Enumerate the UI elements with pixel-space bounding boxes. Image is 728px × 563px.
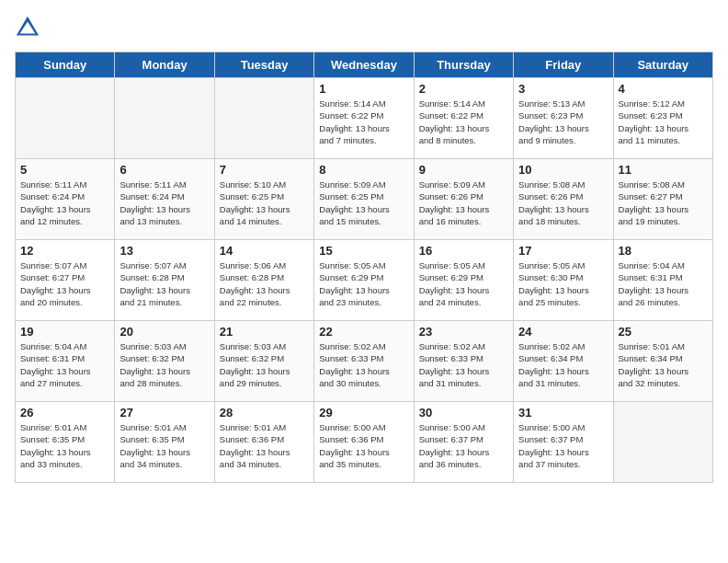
calendar-cell: 4Sunrise: 5:12 AM Sunset: 6:23 PM Daylig…: [613, 78, 712, 159]
calendar-cell: 27Sunrise: 5:01 AM Sunset: 6:35 PM Dayli…: [115, 402, 214, 483]
day-number: 27: [119, 406, 209, 419]
day-info: Sunrise: 5:07 AM Sunset: 6:28 PM Dayligh…: [119, 259, 209, 308]
calendar-cell: 11Sunrise: 5:08 AM Sunset: 6:27 PM Dayli…: [613, 159, 712, 240]
day-number: 9: [419, 163, 508, 177]
day-info: Sunrise: 5:01 AM Sunset: 6:34 PM Dayligh…: [619, 340, 708, 389]
calendar-cell: 8Sunrise: 5:09 AM Sunset: 6:25 PM Daylig…: [314, 159, 414, 240]
day-number: 15: [319, 244, 408, 258]
calendar-cell: 16Sunrise: 5:05 AM Sunset: 6:29 PM Dayli…: [414, 240, 513, 321]
logo: [15, 15, 44, 40]
day-number: 26: [20, 406, 109, 419]
day-info: Sunrise: 5:14 AM Sunset: 6:22 PM Dayligh…: [419, 98, 508, 146]
day-info: Sunrise: 5:05 AM Sunset: 6:29 PM Dayligh…: [319, 259, 408, 308]
day-number: 16: [419, 244, 508, 258]
day-info: Sunrise: 5:05 AM Sunset: 6:29 PM Dayligh…: [419, 259, 508, 308]
calendar-cell: 5Sunrise: 5:11 AM Sunset: 6:24 PM Daylig…: [16, 159, 115, 240]
calendar-cell: 10Sunrise: 5:08 AM Sunset: 6:26 PM Dayli…: [514, 159, 613, 240]
day-info: Sunrise: 5:13 AM Sunset: 6:23 PM Dayligh…: [518, 98, 608, 146]
day-info: Sunrise: 5:01 AM Sunset: 6:35 PM Dayligh…: [20, 421, 109, 470]
calendar-cell: 7Sunrise: 5:10 AM Sunset: 6:25 PM Daylig…: [214, 159, 313, 240]
day-info: Sunrise: 5:00 AM Sunset: 6:37 PM Dayligh…: [419, 421, 508, 470]
day-number: 23: [419, 325, 508, 339]
calendar-cell: 18Sunrise: 5:04 AM Sunset: 6:31 PM Dayli…: [613, 240, 712, 321]
day-number: 18: [619, 244, 708, 258]
day-header-tuesday: Tuesday: [214, 52, 313, 78]
calendar-cell: 28Sunrise: 5:01 AM Sunset: 6:36 PM Dayli…: [214, 402, 313, 483]
calendar-cell: 9Sunrise: 5:09 AM Sunset: 6:26 PM Daylig…: [414, 159, 513, 240]
day-number: 17: [518, 244, 608, 258]
day-info: Sunrise: 5:07 AM Sunset: 6:27 PM Dayligh…: [20, 259, 109, 308]
day-number: 12: [20, 244, 109, 258]
day-header-wednesday: Wednesday: [314, 52, 414, 78]
day-header-monday: Monday: [115, 52, 214, 78]
calendar-cell: 25Sunrise: 5:01 AM Sunset: 6:34 PM Dayli…: [613, 321, 712, 402]
day-number: 3: [518, 82, 608, 96]
day-number: 1: [319, 82, 408, 96]
day-info: Sunrise: 5:05 AM Sunset: 6:30 PM Dayligh…: [518, 259, 608, 308]
day-header-sunday: Sunday: [16, 52, 115, 78]
day-number: 29: [319, 406, 408, 419]
day-info: Sunrise: 5:04 AM Sunset: 6:31 PM Dayligh…: [619, 259, 708, 308]
logo-icon: [15, 15, 40, 40]
calendar-cell: 12Sunrise: 5:07 AM Sunset: 6:27 PM Dayli…: [16, 240, 115, 321]
calendar-cell: 30Sunrise: 5:00 AM Sunset: 6:37 PM Dayli…: [414, 402, 513, 483]
day-info: Sunrise: 5:10 AM Sunset: 6:25 PM Dayligh…: [220, 178, 309, 227]
day-info: Sunrise: 5:00 AM Sunset: 6:37 PM Dayligh…: [518, 421, 608, 470]
calendar-cell: 22Sunrise: 5:02 AM Sunset: 6:33 PM Dayli…: [314, 321, 414, 402]
day-number: 13: [119, 244, 209, 258]
day-number: 20: [119, 325, 209, 339]
week-row-4: 19Sunrise: 5:04 AM Sunset: 6:31 PM Dayli…: [16, 321, 713, 402]
calendar-cell: 19Sunrise: 5:04 AM Sunset: 6:31 PM Dayli…: [16, 321, 115, 402]
day-info: Sunrise: 5:02 AM Sunset: 6:33 PM Dayligh…: [319, 340, 408, 389]
day-info: Sunrise: 5:09 AM Sunset: 6:26 PM Dayligh…: [419, 178, 508, 227]
week-row-1: 1Sunrise: 5:14 AM Sunset: 6:22 PM Daylig…: [16, 78, 713, 159]
day-info: Sunrise: 5:03 AM Sunset: 6:32 PM Dayligh…: [220, 340, 309, 389]
day-number: 30: [419, 406, 508, 419]
day-number: 5: [20, 163, 109, 177]
calendar-cell: 3Sunrise: 5:13 AM Sunset: 6:23 PM Daylig…: [514, 78, 613, 159]
calendar-cell: 15Sunrise: 5:05 AM Sunset: 6:29 PM Dayli…: [314, 240, 414, 321]
calendar-cell: 26Sunrise: 5:01 AM Sunset: 6:35 PM Dayli…: [16, 402, 115, 483]
calendar-cell: 13Sunrise: 5:07 AM Sunset: 6:28 PM Dayli…: [115, 240, 214, 321]
day-number: 25: [619, 325, 708, 339]
calendar-table: SundayMondayTuesdayWednesdayThursdayFrid…: [15, 52, 713, 483]
week-row-2: 5Sunrise: 5:11 AM Sunset: 6:24 PM Daylig…: [16, 159, 713, 240]
day-info: Sunrise: 5:04 AM Sunset: 6:31 PM Dayligh…: [20, 340, 109, 389]
day-info: Sunrise: 5:06 AM Sunset: 6:28 PM Dayligh…: [220, 259, 309, 308]
calendar-cell: 17Sunrise: 5:05 AM Sunset: 6:30 PM Dayli…: [514, 240, 613, 321]
day-number: 28: [220, 406, 309, 419]
day-number: 31: [518, 406, 608, 419]
day-header-thursday: Thursday: [414, 52, 513, 78]
day-info: Sunrise: 5:08 AM Sunset: 6:26 PM Dayligh…: [518, 178, 608, 227]
day-number: 6: [119, 163, 209, 177]
week-row-5: 26Sunrise: 5:01 AM Sunset: 6:35 PM Dayli…: [16, 402, 713, 483]
header-row: SundayMondayTuesdayWednesdayThursdayFrid…: [16, 52, 713, 78]
calendar-cell: 6Sunrise: 5:11 AM Sunset: 6:24 PM Daylig…: [115, 159, 214, 240]
day-number: 22: [319, 325, 408, 339]
day-info: Sunrise: 5:09 AM Sunset: 6:25 PM Dayligh…: [319, 178, 408, 227]
day-number: 11: [619, 163, 708, 177]
day-number: 7: [220, 163, 309, 177]
day-number: 21: [220, 325, 309, 339]
day-header-friday: Friday: [514, 52, 613, 78]
calendar-cell: 21Sunrise: 5:03 AM Sunset: 6:32 PM Dayli…: [214, 321, 313, 402]
week-row-3: 12Sunrise: 5:07 AM Sunset: 6:27 PM Dayli…: [16, 240, 713, 321]
day-info: Sunrise: 5:03 AM Sunset: 6:32 PM Dayligh…: [119, 340, 209, 389]
day-number: 24: [518, 325, 608, 339]
day-info: Sunrise: 5:12 AM Sunset: 6:23 PM Dayligh…: [619, 98, 708, 146]
day-number: 14: [220, 244, 309, 258]
day-info: Sunrise: 5:11 AM Sunset: 6:24 PM Dayligh…: [20, 178, 109, 227]
day-info: Sunrise: 5:14 AM Sunset: 6:22 PM Dayligh…: [319, 98, 408, 146]
calendar-cell: 20Sunrise: 5:03 AM Sunset: 6:32 PM Dayli…: [115, 321, 214, 402]
day-info: Sunrise: 5:08 AM Sunset: 6:27 PM Dayligh…: [619, 178, 708, 227]
page-header: [15, 15, 713, 40]
day-info: Sunrise: 5:01 AM Sunset: 6:36 PM Dayligh…: [220, 421, 309, 470]
calendar-cell: 1Sunrise: 5:14 AM Sunset: 6:22 PM Daylig…: [314, 78, 414, 159]
calendar-cell: 29Sunrise: 5:00 AM Sunset: 6:36 PM Dayli…: [314, 402, 414, 483]
calendar-cell: 31Sunrise: 5:00 AM Sunset: 6:37 PM Dayli…: [514, 402, 613, 483]
day-number: 8: [319, 163, 408, 177]
calendar-cell: [115, 78, 214, 159]
day-header-saturday: Saturday: [613, 52, 712, 78]
calendar-cell: [16, 78, 115, 159]
day-number: 4: [619, 82, 708, 96]
